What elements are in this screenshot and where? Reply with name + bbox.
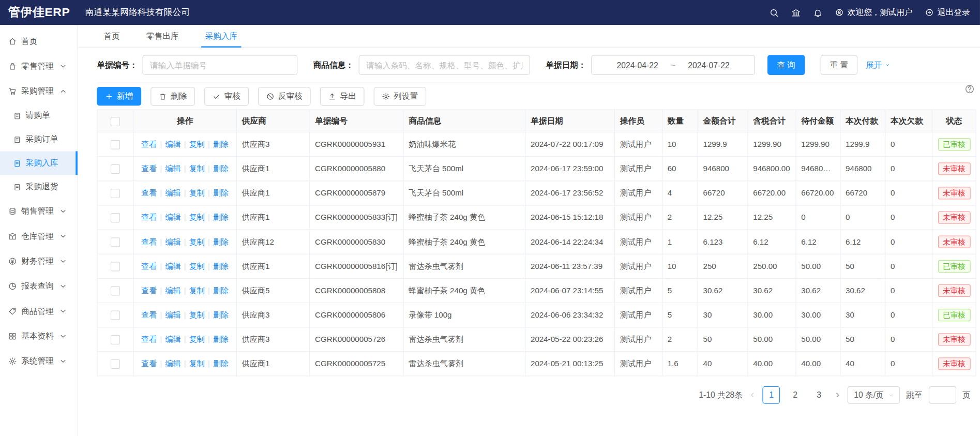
sidebar-item-sales-mgmt[interactable]: 销售管理 <box>0 199 78 223</box>
delete-link[interactable]: 删除 <box>213 262 229 270</box>
sidebar-item-retail-mgmt[interactable]: 零售管理 <box>0 54 78 79</box>
delete-link[interactable]: 删除 <box>213 140 229 148</box>
prev-page-button[interactable] <box>749 392 757 399</box>
view-link[interactable]: 查看 <box>141 164 157 173</box>
sidebar-item-report-query[interactable]: 报表查询 <box>0 274 78 298</box>
copy-link[interactable]: 复制 <box>189 237 205 246</box>
copy-link[interactable]: 复制 <box>189 140 205 148</box>
question-circle-icon[interactable] <box>964 84 975 95</box>
edit-link[interactable]: 编辑 <box>165 286 180 295</box>
sidebar-item-purchase-return[interactable]: 采购退货 <box>0 175 78 199</box>
sidebar-item-finance-mgmt[interactable]: 财务管理 <box>0 249 78 274</box>
page-size-select[interactable]: 10 条/页 <box>848 386 900 404</box>
unaudit-button[interactable]: 反审核 <box>258 87 311 106</box>
edit-link[interactable]: 编辑 <box>165 335 180 343</box>
row-checkbox[interactable] <box>111 213 120 222</box>
date-to-value[interactable]: 2024-07-22 <box>688 61 729 70</box>
view-link[interactable]: 查看 <box>141 188 157 197</box>
row-checkbox[interactable] <box>111 310 120 320</box>
sidebar-item-goods-mgmt[interactable]: 商品管理 <box>0 299 78 324</box>
jump-page-input[interactable] <box>929 386 956 404</box>
copy-link[interactable]: 复制 <box>189 213 205 221</box>
sidebar-item-home[interactable]: 首页 <box>0 29 78 54</box>
row-checkbox[interactable] <box>111 188 120 198</box>
view-link[interactable]: 查看 <box>141 140 157 148</box>
add-button[interactable]: 新增 <box>97 87 141 106</box>
view-link[interactable]: 查看 <box>141 262 157 270</box>
edit-link[interactable]: 编辑 <box>165 237 180 246</box>
copy-link[interactable]: 复制 <box>189 335 205 343</box>
tab-purchase-inbound[interactable]: 采购入库 <box>192 25 251 47</box>
tab-home[interactable]: 首页 <box>91 25 133 47</box>
view-link[interactable]: 查看 <box>141 310 157 319</box>
row-checkbox[interactable] <box>111 335 120 344</box>
delete-link[interactable]: 删除 <box>213 310 229 319</box>
row-checkbox[interactable] <box>111 164 120 173</box>
page-button-1[interactable]: 1 <box>763 386 780 404</box>
expand-link[interactable]: 展开 <box>866 59 891 71</box>
audit-button-label: 审核 <box>224 91 240 102</box>
row-checkbox[interactable] <box>111 237 120 247</box>
delete-link[interactable]: 删除 <box>213 164 229 173</box>
page-button-3[interactable]: 3 <box>810 386 828 404</box>
select-all-checkbox[interactable] <box>111 116 120 126</box>
row-checkbox[interactable] <box>111 140 120 149</box>
edit-link[interactable]: 编辑 <box>165 188 180 197</box>
copy-link[interactable]: 复制 <box>189 262 205 270</box>
view-link[interactable]: 查看 <box>141 359 157 368</box>
edit-link[interactable]: 编辑 <box>165 213 180 221</box>
search-icon[interactable] <box>770 8 779 17</box>
page-button-2[interactable]: 2 <box>787 386 804 404</box>
bill-no-input[interactable] <box>143 55 298 75</box>
row-checkbox[interactable] <box>111 359 120 368</box>
view-link[interactable]: 查看 <box>141 237 157 246</box>
product-info-input[interactable] <box>359 55 530 75</box>
status-badge: 已审核 <box>938 309 970 321</box>
audit-button[interactable]: 审核 <box>204 87 249 106</box>
row-checkbox[interactable] <box>111 262 120 271</box>
reset-button[interactable]: 重 置 <box>820 55 857 75</box>
edit-link[interactable]: 编辑 <box>165 359 180 368</box>
copy-link[interactable]: 复制 <box>189 359 205 368</box>
delete-link[interactable]: 删除 <box>213 359 229 368</box>
sidebar-item-purchase-order[interactable]: 采购订单 <box>0 128 78 152</box>
cell-operator: 测试用户 <box>615 181 662 205</box>
gear-icon <box>8 357 17 366</box>
cell-amount: 946800 <box>698 157 748 181</box>
sidebar-item-purchase-request[interactable]: 请购单 <box>0 104 78 128</box>
date-range-picker[interactable]: 2024-04-22 ~ 2024-07-22 <box>591 55 755 75</box>
edit-link[interactable]: 编辑 <box>165 140 180 148</box>
copy-link[interactable]: 复制 <box>189 164 205 173</box>
delete-link[interactable]: 删除 <box>213 188 229 197</box>
delete-link[interactable]: 删除 <box>213 286 229 295</box>
view-link[interactable]: 查看 <box>141 335 157 343</box>
sidebar-item-warehouse-mgmt[interactable]: 仓库管理 <box>0 224 78 249</box>
sidebar-item-base-data[interactable]: 基本资料 <box>0 324 78 349</box>
sidebar-item-system-mgmt[interactable]: 系统管理 <box>0 349 78 373</box>
column-settings-button[interactable]: 列设置 <box>374 87 427 106</box>
export-button[interactable]: 导出 <box>320 87 365 106</box>
delete-button[interactable]: 删除 <box>150 87 195 106</box>
delete-link[interactable]: 删除 <box>213 237 229 246</box>
row-checkbox[interactable] <box>111 286 120 295</box>
copy-link[interactable]: 复制 <box>189 286 205 295</box>
edit-link[interactable]: 编辑 <box>165 262 180 270</box>
view-link[interactable]: 查看 <box>141 286 157 295</box>
view-link[interactable]: 查看 <box>141 213 157 221</box>
notification-bell-icon[interactable] <box>813 8 822 17</box>
next-page-button[interactable] <box>834 392 842 399</box>
delete-link[interactable]: 删除 <box>213 213 229 221</box>
delete-link[interactable]: 删除 <box>213 335 229 343</box>
tab-retail-outbound[interactable]: 零售出库 <box>133 25 192 47</box>
copy-link[interactable]: 复制 <box>189 188 205 197</box>
copy-link[interactable]: 复制 <box>189 310 205 319</box>
sidebar-item-purchase-inbound[interactable]: 采购入库 <box>0 151 78 175</box>
cell-bill-no: CGRK00000005830 <box>310 230 403 254</box>
search-button[interactable]: 查 询 <box>767 55 805 75</box>
sidebar-item-purchase-mgmt[interactable]: 采购管理 <box>0 79 78 103</box>
edit-link[interactable]: 编辑 <box>165 310 180 319</box>
edit-link[interactable]: 编辑 <box>165 164 180 173</box>
bank-icon[interactable] <box>791 8 801 17</box>
logout-button[interactable]: 退出登录 <box>925 7 970 18</box>
date-from-value[interactable]: 2024-04-22 <box>616 61 658 70</box>
